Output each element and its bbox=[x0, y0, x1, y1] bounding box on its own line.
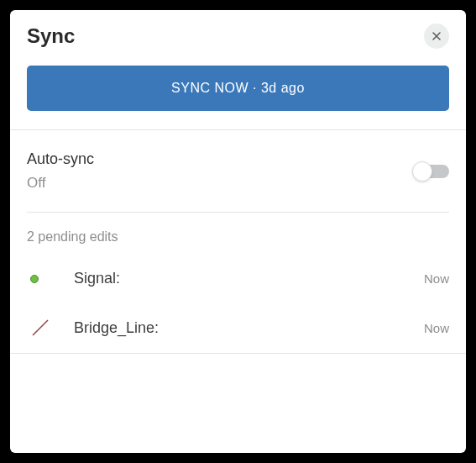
point-icon bbox=[30, 275, 39, 283]
panel-header: Sync bbox=[10, 10, 466, 55]
list-item[interactable]: Bridge_Line: Now bbox=[10, 303, 466, 353]
edit-icon-cell bbox=[27, 275, 74, 283]
divider bbox=[10, 353, 466, 354]
edit-item-time: Now bbox=[424, 321, 449, 335]
edit-icon-cell bbox=[27, 318, 74, 338]
auto-sync-labels: Auto-sync Off bbox=[27, 150, 94, 192]
auto-sync-status: Off bbox=[27, 175, 94, 192]
list-item[interactable]: Signal: Now bbox=[10, 255, 466, 303]
close-button[interactable] bbox=[424, 24, 449, 49]
toggle-thumb bbox=[412, 161, 432, 182]
auto-sync-toggle[interactable] bbox=[416, 165, 449, 178]
pending-edits-label: 2 pending edits bbox=[10, 213, 466, 255]
auto-sync-title: Auto-sync bbox=[27, 150, 94, 168]
sync-panel: Sync SYNC NOW · 3d ago Auto-sync Off 2 p… bbox=[10, 10, 466, 453]
close-icon bbox=[430, 29, 443, 43]
svg-line-0 bbox=[33, 320, 48, 335]
page-title: Sync bbox=[27, 24, 75, 48]
auto-sync-row: Auto-sync Off bbox=[10, 130, 466, 212]
edit-item-time: Now bbox=[424, 271, 449, 286]
sync-now-button[interactable]: SYNC NOW · 3d ago bbox=[27, 66, 449, 111]
edit-item-name: Bridge_Line: bbox=[74, 319, 424, 337]
sync-button-container: SYNC NOW · 3d ago bbox=[10, 55, 466, 129]
edit-item-name: Signal: bbox=[74, 270, 424, 287]
line-icon bbox=[30, 318, 50, 338]
